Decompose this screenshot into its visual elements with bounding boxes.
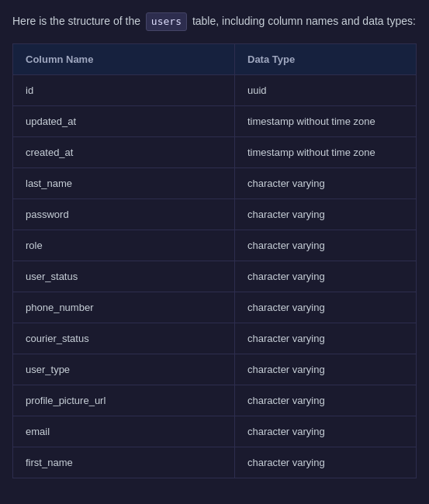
- table-row: created_attimestamp without time zone: [13, 136, 417, 167]
- cell-data-type: timestamp without time zone: [235, 105, 417, 136]
- cell-column-name: last_name: [13, 167, 235, 198]
- data-type-header: Data Type: [235, 43, 417, 74]
- cell-column-name: password: [13, 198, 235, 230]
- cell-column-name: id: [13, 74, 235, 105]
- table-row: first_namecharacter varying: [13, 447, 417, 478]
- cell-column-name: profile_picture_url: [13, 385, 235, 416]
- cell-column-name: email: [13, 416, 235, 447]
- cell-data-type: character varying: [235, 292, 417, 323]
- cell-data-type: character varying: [235, 323, 417, 354]
- table-row: courier_statuscharacter varying: [13, 323, 417, 354]
- table-row: rolecharacter varying: [13, 230, 417, 261]
- intro-suffix: table, including column names and data t…: [189, 15, 416, 27]
- cell-data-type: character varying: [235, 416, 417, 447]
- cell-column-name: role: [13, 230, 235, 261]
- cell-data-type: uuid: [235, 74, 417, 105]
- table-row: last_namecharacter varying: [13, 167, 417, 198]
- table-row: iduuid: [13, 74, 417, 105]
- schema-table: Column Name Data Type iduuidupdated_atti…: [12, 43, 417, 478]
- table-row: user_typecharacter varying: [13, 354, 417, 385]
- cell-data-type: character varying: [235, 167, 417, 198]
- cell-column-name: courier_status: [13, 323, 235, 354]
- intro-text: Here is the structure of the users table…: [12, 12, 417, 31]
- cell-data-type: character varying: [235, 261, 417, 292]
- table-row: phone_numbercharacter varying: [13, 292, 417, 323]
- cell-column-name: phone_number: [13, 292, 235, 323]
- column-name-header: Column Name: [13, 43, 235, 74]
- cell-column-name: updated_at: [13, 105, 235, 136]
- cell-column-name: user_status: [13, 261, 235, 292]
- cell-column-name: user_type: [13, 354, 235, 385]
- table-name-badge: users: [146, 12, 187, 31]
- cell-data-type: character varying: [235, 230, 417, 261]
- table-row: profile_picture_urlcharacter varying: [13, 385, 417, 416]
- cell-data-type: character varying: [235, 354, 417, 385]
- table-row: passwordcharacter varying: [13, 198, 417, 230]
- cell-data-type: character varying: [235, 198, 417, 230]
- table-row: updated_attimestamp without time zone: [13, 105, 417, 136]
- cell-data-type: timestamp without time zone: [235, 136, 417, 167]
- cell-data-type: character varying: [235, 447, 417, 478]
- intro-prefix: Here is the structure of the: [12, 15, 144, 27]
- cell-column-name: first_name: [13, 447, 235, 478]
- table-row: emailcharacter varying: [13, 416, 417, 447]
- table-row: user_statuscharacter varying: [13, 261, 417, 292]
- table-header-row: Column Name Data Type: [13, 43, 417, 74]
- cell-data-type: character varying: [235, 385, 417, 416]
- cell-column-name: created_at: [13, 136, 235, 167]
